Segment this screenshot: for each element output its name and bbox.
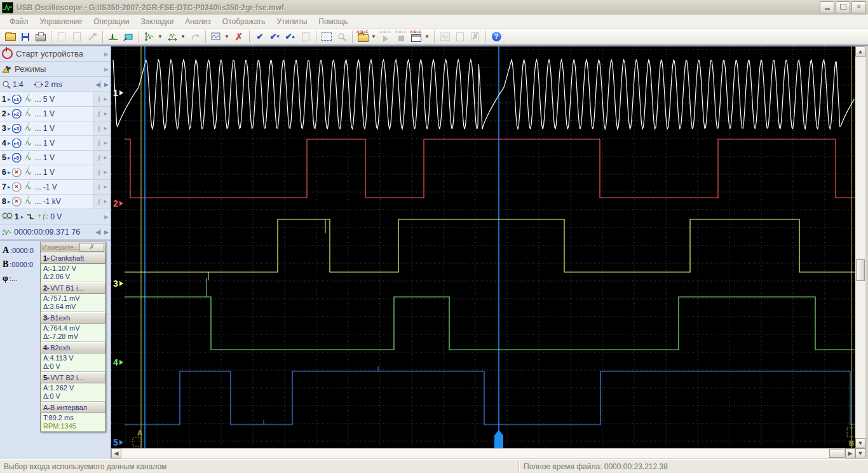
restore-button[interactable]: [836, 1, 850, 13]
probe-waveform-icon[interactable]: ∿╱: [24, 124, 34, 133]
minimize-button[interactable]: [820, 1, 834, 13]
channel-range-value[interactable]: ... 1 V: [35, 153, 55, 162]
trigger-level-value[interactable]: 0 V: [50, 212, 62, 221]
measure-section-header[interactable]: 4▸B2exh: [41, 342, 105, 353]
modes-row[interactable]: Режимы ▶: [0, 62, 111, 77]
channel-input-icon[interactable]: 2: [12, 109, 22, 119]
measure-section-header[interactable]: 5▸VVT B2 i...: [41, 372, 105, 383]
menu-item-отображать[interactable]: Отображать: [217, 16, 271, 27]
probe-waveform-icon[interactable]: ∿╱: [24, 153, 34, 162]
channel-disabled-icon[interactable]: ×: [12, 182, 22, 192]
scroll-up-icon[interactable]: ▲: [855, 46, 865, 57]
measurement-panel-close-icon[interactable]: ✗: [79, 243, 104, 252]
channel-row-4[interactable]: 4▸4∿╱... 1 V∫▏▶: [0, 136, 111, 151]
measure-section-header[interactable]: 3▸B1exh: [41, 312, 105, 324]
vertical-scale-icon[interactable]: [142, 30, 157, 44]
scale-row[interactable]: 1:4 2 ms ◀▏▶: [0, 77, 111, 92]
abc-open-icon[interactable]: A:B+C: [355, 30, 370, 44]
probe-waveform-icon[interactable]: ∿╱: [24, 197, 34, 206]
delete-marker-icon[interactable]: ✗: [231, 30, 247, 44]
channel-row-6[interactable]: 6▸×∿╱... 1 V∫▏▶: [0, 165, 111, 180]
channel-row-8[interactable]: 8▸×∿╱... -1 kV∫▏▶: [0, 195, 111, 209]
abc-table-menu-icon[interactable]: ▼: [424, 30, 431, 44]
channel-gutter-controls[interactable]: ∫▏▶: [93, 92, 111, 106]
channel-range-value[interactable]: ... -1 V: [35, 182, 57, 191]
menu-item-утилиты[interactable]: Утилиты: [271, 16, 313, 27]
horizontal-scrollbar-thumb[interactable]: [829, 449, 844, 458]
channel-disabled-icon[interactable]: ×: [12, 197, 22, 207]
scroll-left-icon[interactable]: ◀: [111, 448, 121, 458]
measure-section-header[interactable]: А-В интервал: [41, 402, 105, 413]
channel-range-value[interactable]: ... 1 V: [35, 139, 55, 147]
measure-section-header[interactable]: 2▸VVT B1 i...: [41, 282, 105, 294]
channel-input-icon[interactable]: 1: [12, 95, 22, 104]
accept-all-prev-icon[interactable]: ✔▲: [283, 30, 298, 44]
vertical-scrollbar-thumb[interactable]: [856, 259, 865, 281]
horizontal-scale-menu-icon[interactable]: ▼: [180, 30, 187, 44]
channel-range-value[interactable]: ... 1 V: [35, 124, 55, 133]
open-file-icon[interactable]: [3, 30, 18, 44]
dashed-region-icon[interactable]: [319, 30, 334, 44]
display-mode-menu-icon[interactable]: ▼: [224, 30, 231, 44]
menu-item-операции[interactable]: Операции: [88, 16, 135, 27]
scroll-right-icon[interactable]: ▶: [845, 448, 855, 458]
channel-row-5[interactable]: 5▸5∿╱... 1 V∫▏▶: [0, 151, 111, 165]
probe-waveform-icon[interactable]: ∿╱: [24, 182, 34, 191]
channel-input-icon[interactable]: 4: [12, 139, 22, 148]
vertical-scrollbar[interactable]: [855, 46, 865, 448]
channel-range-value[interactable]: ... -1 kV: [35, 197, 61, 206]
time-div-stepper[interactable]: ◀▏▶: [95, 81, 109, 88]
channel-gutter-controls[interactable]: ∫▏▶: [93, 107, 111, 121]
horizontal-scale-icon[interactable]: [165, 30, 180, 44]
horizontal-scrollbar[interactable]: [111, 448, 855, 458]
menu-item-файл[interactable]: Файл: [4, 16, 34, 27]
waveform-plot[interactable]: 12345AB: [111, 46, 855, 448]
measure-section-header[interactable]: 1▸Crankshaft: [41, 252, 105, 264]
channel-range-value[interactable]: ... 5 V: [35, 95, 55, 104]
channel-range-value[interactable]: ... 1 V: [35, 109, 55, 118]
probe-waveform-icon[interactable]: ∿╱: [24, 139, 34, 147]
close-button[interactable]: ×: [851, 1, 866, 13]
channel-input-icon[interactable]: 3: [12, 124, 22, 134]
menu-item-анализ[interactable]: Анализ: [179, 16, 217, 27]
channel-gutter-controls[interactable]: ∫▏▶: [93, 165, 111, 179]
scroll-down-icon[interactable]: ▼: [855, 438, 865, 448]
position-time-row[interactable]: + 0000:00:09.371 76 ◀▏▶: [0, 224, 111, 240]
scroll-corner-down-icon[interactable]: ▼: [855, 448, 865, 458]
help-icon[interactable]: ?: [489, 30, 504, 44]
channel-gutter-controls[interactable]: ∫▏▶: [93, 151, 111, 165]
probe-waveform-icon[interactable]: ∿╱: [24, 95, 34, 104]
menu-item-помощь[interactable]: Помощь: [313, 16, 353, 27]
abc-open-menu-icon[interactable]: ▼: [370, 30, 378, 44]
channel-row-3[interactable]: 3▸3∿╱... 1 V∫▏▶: [0, 121, 111, 136]
channel-gutter-controls[interactable]: ∫▏▶: [93, 121, 111, 135]
trigger-channel[interactable]: 1: [15, 212, 19, 221]
probe-waveform-icon[interactable]: ∿╱: [24, 168, 34, 177]
menu-item-закладки[interactable]: Закладки: [135, 16, 179, 27]
channel-row-2[interactable]: 2▸2∿╱... 1 V∫▏▶: [0, 107, 111, 121]
channel-gutter-controls[interactable]: ∫▏▶: [93, 195, 111, 209]
channel-gutter-controls[interactable]: ∫▏▶: [93, 180, 111, 194]
save-file-icon[interactable]: [18, 30, 33, 44]
channel-row-1[interactable]: 1▸1∿╱... 5 V∫▏▶: [0, 92, 111, 107]
menu-item-управление[interactable]: Управление: [34, 16, 88, 27]
print-icon[interactable]: [33, 30, 48, 44]
probe-waveform-icon[interactable]: ∿╱: [24, 109, 34, 118]
accept-marker-icon[interactable]: ✔: [252, 30, 268, 44]
measurement-panel-titlebar[interactable]: Измерите... ✗: [41, 242, 105, 252]
vertical-scale-menu-icon[interactable]: ▼: [157, 30, 165, 44]
zoom-value[interactable]: 1:4: [13, 80, 24, 89]
start-device-row[interactable]: Старт устройства ▶: [0, 46, 111, 62]
region-select-icon[interactable]: [121, 30, 136, 44]
accept-all-next-icon[interactable]: ✔▼: [268, 30, 283, 44]
time-div-value[interactable]: 2 ms: [44, 79, 62, 89]
trigger-row[interactable]: 1▸ +ƒ: 0 V ▶: [0, 209, 111, 224]
channel-row-7[interactable]: 7▸×∿╱... -1 V∫▏▶: [0, 180, 111, 195]
position-stepper[interactable]: ◀▏▶: [95, 229, 109, 235]
display-mode-icon[interactable]: [208, 30, 224, 44]
impulse-view-icon[interactable]: [105, 30, 121, 44]
channel-disabled-icon[interactable]: ×: [12, 168, 22, 177]
position-time-value[interactable]: 0000:00:09.371 76: [14, 228, 80, 236]
channel-input-icon[interactable]: 5: [12, 153, 22, 163]
channel-range-value[interactable]: ... 1 V: [35, 168, 55, 177]
